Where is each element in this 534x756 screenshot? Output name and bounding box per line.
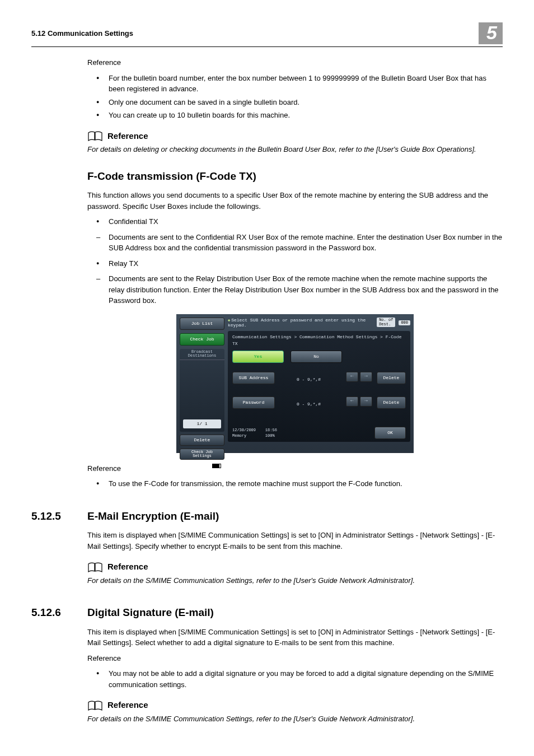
reference-label: Reference	[87, 653, 503, 664]
pwd-delete-button[interactable]: Delete	[377, 396, 406, 409]
password-button[interactable]: Password	[232, 396, 275, 409]
section-title: Digital Signature (E-mail)	[87, 605, 214, 621]
fcode-sublist: Documents are sent to the Confidential R…	[87, 232, 503, 254]
list-item: Documents are sent to the Relay Distribu…	[87, 273, 503, 306]
status-bar: 12/30/2009 18:56 Memory 100%	[232, 427, 277, 439]
header-section-label: 5.12 Communication Settings	[31, 28, 133, 39]
arrow-left-icon[interactable]: ←	[346, 372, 358, 382]
list-item: Relay TX	[87, 258, 503, 269]
toner-bar-icon	[212, 464, 221, 468]
reference-label: Reference	[87, 463, 503, 474]
instruction-text: Select SUB Address or password and enter…	[228, 318, 373, 328]
section-5125-body: This item is displayed when [S/MIME Comm…	[87, 530, 503, 552]
broadcast-panel: Broadcast Destinations 1/ 1	[180, 349, 224, 432]
yes-button[interactable]: Yes	[232, 351, 284, 363]
mfp-panel: Job List Check Job Broadcast Destination…	[176, 314, 414, 453]
section-5126-body: This item is displayed when [S/MIME Comm…	[87, 627, 503, 648]
sub-address-hint: 0 - 9,*,#	[275, 372, 343, 383]
list-item: For the bulletin board number, enter the…	[87, 73, 503, 95]
book-icon	[87, 131, 103, 141]
list-item: To use the F-Code for transmission, the …	[87, 478, 503, 489]
arrow-left-icon[interactable]: ←	[346, 396, 358, 407]
page-content: Reference For the bulletin board number,…	[31, 57, 503, 724]
page-header: 5.12 Communication Settings 5	[31, 22, 503, 47]
arrow-right-icon[interactable]: →	[360, 372, 372, 382]
fcode-heading: F-Code transmission (F-Code TX)	[87, 169, 503, 185]
section-5125-heading: 5.12.5 E-Mail Encryption (E-mail)	[87, 508, 503, 525]
list-item: Confidential TX	[87, 216, 503, 227]
no-button[interactable]: No	[291, 351, 342, 363]
fcode-list: Confidential TX	[87, 216, 503, 227]
list-item: Documents are sent to the Confidential R…	[87, 232, 503, 254]
reference-text: For details on the S/MIME Communication …	[87, 575, 503, 586]
check-job-settings-button[interactable]: Check Job Settings	[180, 449, 224, 460]
book-icon	[87, 562, 103, 572]
toner-level: Toner Level K	[180, 463, 224, 469]
sub-delete-button[interactable]: Delete	[377, 372, 406, 384]
digsig-ref-list: You may not be able to add a digital sig…	[87, 668, 503, 690]
check-job-tab[interactable]: Check Job	[180, 333, 224, 346]
reference-heading: Reference	[107, 699, 148, 712]
bulletin-ref-list: For the bulletin board number, enter the…	[87, 73, 503, 121]
dest-count: No. ofDest.	[377, 318, 395, 327]
arrow-right-icon[interactable]: →	[360, 396, 372, 407]
reference-label: Reference	[87, 57, 503, 68]
reference-text: For details on the S/MIME Communication …	[87, 713, 503, 725]
reference-heading: Reference	[107, 130, 148, 143]
list-item: You may not be able to add a digital sig…	[87, 668, 503, 690]
reference-callout: Reference For details on the S/MIME Comm…	[87, 561, 503, 586]
section-number: 5.12.5	[31, 508, 87, 525]
fcode-list: Relay TX	[87, 258, 503, 269]
section-number: 5.12.6	[31, 605, 87, 621]
reference-text: For details on deleting or checking docu…	[87, 144, 503, 155]
reference-heading: Reference	[107, 561, 148, 573]
chapter-badge: 5	[479, 22, 503, 44]
fcode-screenshot: Job List Check Job Broadcast Destination…	[87, 314, 503, 453]
pager: 1/ 1	[183, 419, 221, 428]
reference-callout: Reference For details on the S/MIME Comm…	[87, 699, 503, 724]
list-item: You can create up to 10 bulletin boards …	[87, 110, 503, 121]
reference-callout: Reference For details on deleting or che…	[87, 130, 503, 155]
section-title: E-Mail Encryption (E-mail)	[87, 508, 219, 525]
sub-address-button[interactable]: SUB Address	[232, 372, 275, 384]
broadcast-label: Broadcast Destinations	[180, 350, 224, 360]
breadcrumb: Communication Settings > Communication M…	[232, 334, 406, 347]
delete-dest-button[interactable]: Delete	[180, 435, 224, 446]
fcode-sublist: Documents are sent to the Relay Distribu…	[87, 273, 503, 306]
list-item: Only one document can be saved in a sing…	[87, 97, 503, 108]
section-5126-heading: 5.12.6 Digital Signature (E-mail)	[87, 605, 503, 621]
password-hint: 0 - 9,*,#	[275, 396, 343, 408]
dest-count-value: 000	[399, 320, 410, 326]
job-list-tab[interactable]: Job List	[180, 318, 224, 330]
fcode-intro: This function allows you send documents …	[87, 190, 503, 212]
book-icon	[87, 701, 103, 711]
fcode-ref-list: To use the F-Code for transmission, the …	[87, 478, 503, 489]
ok-button[interactable]: OK	[374, 427, 406, 439]
